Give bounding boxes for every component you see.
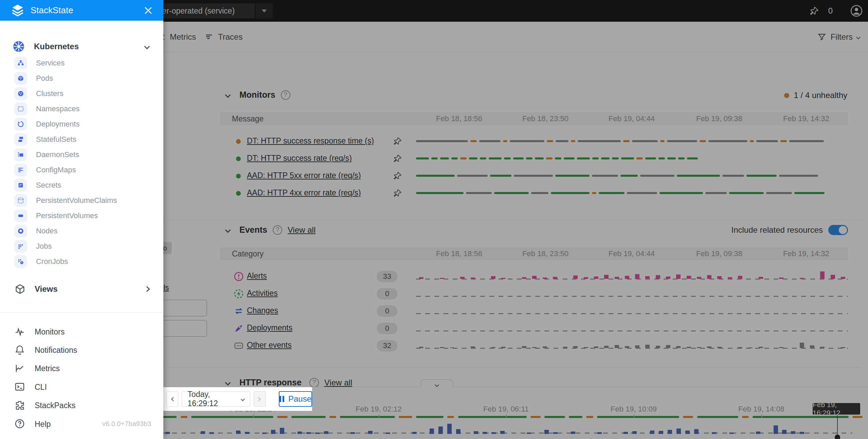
sidebar-item-label: Monitors [35, 327, 65, 337]
resource-icon [14, 102, 27, 115]
app-version: v6.0.0+7ba93b3 [102, 420, 151, 428]
sidebar-item-daemonsets[interactable]: DaemonSets [0, 147, 163, 162]
navigation-drawer: StackState Kubernetes Services Pods Clus… [0, 0, 163, 439]
drawer-title: StackState [31, 5, 73, 16]
sidebar-item-pods[interactable]: Pods [0, 71, 163, 86]
resource-icon [14, 179, 27, 192]
sidebar-item-configmaps[interactable]: ConfigMaps [0, 162, 163, 177]
sidebar-item-label: ConfigMaps [36, 166, 76, 174]
sidebar-item-label: CronJobs [36, 257, 68, 266]
sidebar-item-label: PersistentVolumes [36, 211, 98, 220]
chevron-right-icon [144, 286, 150, 292]
sidebar-item-label: Pods [36, 74, 53, 83]
resource-icon [14, 209, 27, 222]
sidebar-item-label: Nodes [36, 227, 58, 235]
stackstate-logo [10, 3, 25, 18]
drawer-close-button[interactable] [144, 6, 152, 15]
sidebar-item-nodes[interactable]: Nodes [0, 223, 163, 238]
pause-button[interactable]: Pause [279, 391, 312, 407]
pause-icon [279, 396, 284, 402]
resource-icon [14, 194, 27, 207]
resource-icon [14, 133, 27, 146]
sidebar-item-label: Jobs [36, 242, 52, 251]
drawer-backdrop[interactable] [163, 0, 868, 439]
drawer-header: StackState [0, 0, 163, 21]
resource-icon [14, 72, 27, 85]
timeline-prev-button[interactable] [166, 391, 178, 407]
sidebar-item-monitors[interactable]: Monitors [0, 323, 163, 341]
kubernetes-icon [12, 40, 25, 53]
sidebar-item-label: Clusters [36, 89, 64, 98]
sidebar-item-label: StatefulSets [36, 135, 76, 144]
resource-icon [14, 164, 27, 176]
sidebar-item-label: Namespaces [36, 104, 79, 113]
sidebar-item-kubernetes[interactable]: Kubernetes [0, 38, 163, 55]
metrics-icon [14, 363, 26, 375]
resource-icon [14, 57, 27, 70]
timeline-next-button[interactable] [254, 391, 266, 407]
sidebar-item-namespaces[interactable]: Namespaces [0, 101, 163, 116]
resource-icon [14, 148, 27, 161]
sidebar-item-statefulsets[interactable]: StatefulSets [0, 132, 163, 147]
app: ager-operated (service) 0 Metrics Traces… [0, 0, 868, 439]
sidebar-item-label: Services [36, 59, 65, 68]
chevron-down-icon [144, 44, 150, 50]
sidebar-item-cli[interactable]: CLI [0, 378, 163, 396]
sidebar-item-deployments[interactable]: Deployments [0, 116, 163, 132]
sidebar-item-persistentvolumes[interactable]: PersistentVolumes [0, 208, 163, 223]
resource-icon [14, 255, 27, 268]
sidebar-item-stackpacks[interactable]: StackPacks [0, 397, 163, 415]
sidebar-item-label: PersistentVolumeClaims [36, 196, 117, 205]
resource-icon [14, 225, 27, 237]
notifications-icon [14, 344, 26, 356]
sidebar-item-cronjobs[interactable]: CronJobs [0, 254, 163, 269]
sidebar-item-label: Secrets [36, 181, 61, 190]
resource-icon [14, 240, 27, 253]
sidebar-item-views[interactable]: Views [0, 281, 163, 298]
cli-icon [14, 381, 26, 393]
resource-icon [14, 118, 27, 131]
stackpacks-icon [14, 400, 26, 412]
sidebar-item-metrics[interactable]: Metrics [0, 360, 163, 378]
sidebar-item-clusters[interactable]: Clusters [0, 86, 163, 101]
sidebar-item-label: StackPacks [35, 401, 75, 410]
monitors-icon [14, 326, 26, 338]
sidebar-item-label: Metrics [35, 364, 60, 373]
sidebar-item-notifications[interactable]: Notifications [0, 341, 163, 359]
pause-label: Pause [288, 394, 311, 404]
sidebar-item-label: Notifications [35, 346, 77, 355]
timeline-controls: Today, 16:29:12 Pause [163, 387, 312, 411]
sidebar-item-label: CLI [35, 383, 47, 392]
sidebar-item-label: Deployments [36, 120, 79, 129]
timeline-current-time: Today, 16:29:12 [187, 390, 237, 408]
sidebar-item-secrets[interactable]: Secrets [0, 177, 163, 193]
sidebar-item-label: Help [35, 420, 51, 429]
sidebar-divider [0, 312, 163, 312]
timeline-time-picker[interactable]: Today, 16:29:12 [182, 391, 250, 407]
help-icon [14, 418, 26, 430]
sidebar-item-persistentvolumeclaims[interactable]: PersistentVolumeClaims [0, 193, 163, 208]
sidebar-item-services[interactable]: Services [0, 55, 163, 71]
views-icon [14, 283, 26, 295]
resource-icon [14, 87, 27, 100]
chevron-down-icon [241, 397, 245, 401]
sidebar-item-label: DaemonSets [36, 150, 79, 159]
sidebar-item-jobs[interactable]: Jobs [0, 238, 163, 254]
